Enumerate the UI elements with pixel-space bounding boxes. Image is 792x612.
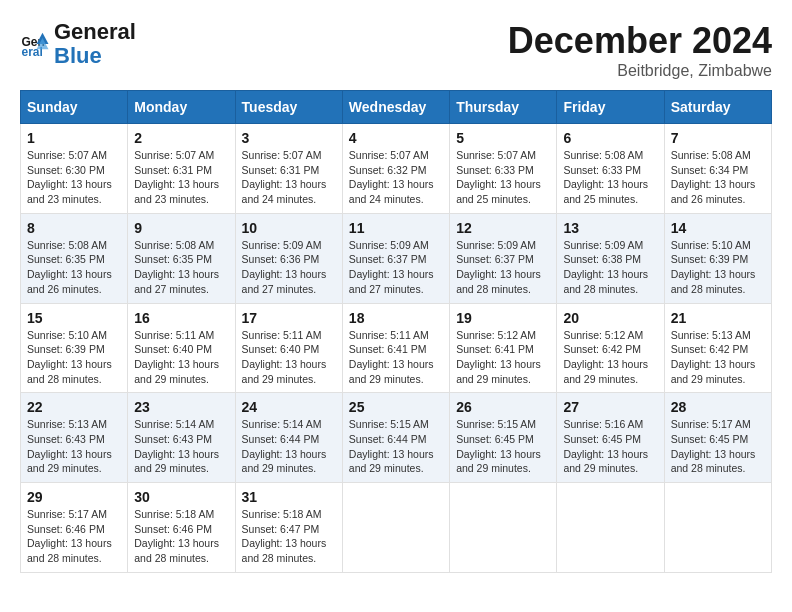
table-row: 17Sunrise: 5:11 AMSunset: 6:40 PMDayligh…: [235, 303, 342, 393]
col-sunday: Sunday: [21, 91, 128, 124]
day-number: 18: [349, 310, 443, 326]
day-number: 16: [134, 310, 228, 326]
table-row: [450, 483, 557, 573]
logo-text: General Blue: [54, 20, 136, 68]
day-info: Sunrise: 5:17 AMSunset: 6:46 PMDaylight:…: [27, 507, 121, 566]
day-info: Sunrise: 5:07 AMSunset: 6:33 PMDaylight:…: [456, 148, 550, 207]
day-number: 1: [27, 130, 121, 146]
col-wednesday: Wednesday: [342, 91, 449, 124]
day-info: Sunrise: 5:11 AMSunset: 6:41 PMDaylight:…: [349, 328, 443, 387]
table-row: 22Sunrise: 5:13 AMSunset: 6:43 PMDayligh…: [21, 393, 128, 483]
table-row: 21Sunrise: 5:13 AMSunset: 6:42 PMDayligh…: [664, 303, 771, 393]
day-info: Sunrise: 5:07 AMSunset: 6:31 PMDaylight:…: [242, 148, 336, 207]
calendar-week-row: 15Sunrise: 5:10 AMSunset: 6:39 PMDayligh…: [21, 303, 772, 393]
table-row: 5Sunrise: 5:07 AMSunset: 6:33 PMDaylight…: [450, 124, 557, 214]
day-number: 27: [563, 399, 657, 415]
col-thursday: Thursday: [450, 91, 557, 124]
day-number: 26: [456, 399, 550, 415]
day-number: 15: [27, 310, 121, 326]
day-info: Sunrise: 5:08 AMSunset: 6:35 PMDaylight:…: [134, 238, 228, 297]
table-row: 9Sunrise: 5:08 AMSunset: 6:35 PMDaylight…: [128, 213, 235, 303]
day-number: 20: [563, 310, 657, 326]
day-info: Sunrise: 5:18 AMSunset: 6:47 PMDaylight:…: [242, 507, 336, 566]
day-info: Sunrise: 5:15 AMSunset: 6:45 PMDaylight:…: [456, 417, 550, 476]
title-area: December 2024 Beitbridge, Zimbabwe: [508, 20, 772, 80]
table-row: 16Sunrise: 5:11 AMSunset: 6:40 PMDayligh…: [128, 303, 235, 393]
table-row: 27Sunrise: 5:16 AMSunset: 6:45 PMDayligh…: [557, 393, 664, 483]
col-tuesday: Tuesday: [235, 91, 342, 124]
day-number: 24: [242, 399, 336, 415]
table-row: 29Sunrise: 5:17 AMSunset: 6:46 PMDayligh…: [21, 483, 128, 573]
day-number: 14: [671, 220, 765, 236]
day-info: Sunrise: 5:12 AMSunset: 6:41 PMDaylight:…: [456, 328, 550, 387]
table-row: 8Sunrise: 5:08 AMSunset: 6:35 PMDaylight…: [21, 213, 128, 303]
table-row: 1Sunrise: 5:07 AMSunset: 6:30 PMDaylight…: [21, 124, 128, 214]
header: Gen eral General Blue December 2024 Beit…: [20, 20, 772, 80]
table-row: 12Sunrise: 5:09 AMSunset: 6:37 PMDayligh…: [450, 213, 557, 303]
day-number: 29: [27, 489, 121, 505]
calendar-week-row: 22Sunrise: 5:13 AMSunset: 6:43 PMDayligh…: [21, 393, 772, 483]
table-row: 19Sunrise: 5:12 AMSunset: 6:41 PMDayligh…: [450, 303, 557, 393]
day-number: 7: [671, 130, 765, 146]
calendar-week-row: 29Sunrise: 5:17 AMSunset: 6:46 PMDayligh…: [21, 483, 772, 573]
day-number: 12: [456, 220, 550, 236]
day-info: Sunrise: 5:18 AMSunset: 6:46 PMDaylight:…: [134, 507, 228, 566]
table-row: 6Sunrise: 5:08 AMSunset: 6:33 PMDaylight…: [557, 124, 664, 214]
table-row: 23Sunrise: 5:14 AMSunset: 6:43 PMDayligh…: [128, 393, 235, 483]
day-info: Sunrise: 5:10 AMSunset: 6:39 PMDaylight:…: [671, 238, 765, 297]
day-number: 4: [349, 130, 443, 146]
col-friday: Friday: [557, 91, 664, 124]
day-number: 2: [134, 130, 228, 146]
table-row: 24Sunrise: 5:14 AMSunset: 6:44 PMDayligh…: [235, 393, 342, 483]
day-info: Sunrise: 5:12 AMSunset: 6:42 PMDaylight:…: [563, 328, 657, 387]
day-number: 10: [242, 220, 336, 236]
day-number: 8: [27, 220, 121, 236]
table-row: 20Sunrise: 5:12 AMSunset: 6:42 PMDayligh…: [557, 303, 664, 393]
day-info: Sunrise: 5:13 AMSunset: 6:43 PMDaylight:…: [27, 417, 121, 476]
table-row: 10Sunrise: 5:09 AMSunset: 6:36 PMDayligh…: [235, 213, 342, 303]
day-info: Sunrise: 5:11 AMSunset: 6:40 PMDaylight:…: [134, 328, 228, 387]
day-number: 5: [456, 130, 550, 146]
table-row: [664, 483, 771, 573]
calendar-header-row: Sunday Monday Tuesday Wednesday Thursday…: [21, 91, 772, 124]
day-info: Sunrise: 5:14 AMSunset: 6:43 PMDaylight:…: [134, 417, 228, 476]
col-monday: Monday: [128, 91, 235, 124]
table-row: 28Sunrise: 5:17 AMSunset: 6:45 PMDayligh…: [664, 393, 771, 483]
table-row: [342, 483, 449, 573]
day-info: Sunrise: 5:08 AMSunset: 6:35 PMDaylight:…: [27, 238, 121, 297]
calendar-week-row: 8Sunrise: 5:08 AMSunset: 6:35 PMDaylight…: [21, 213, 772, 303]
day-number: 19: [456, 310, 550, 326]
col-saturday: Saturday: [664, 91, 771, 124]
day-number: 22: [27, 399, 121, 415]
table-row: 26Sunrise: 5:15 AMSunset: 6:45 PMDayligh…: [450, 393, 557, 483]
table-row: 30Sunrise: 5:18 AMSunset: 6:46 PMDayligh…: [128, 483, 235, 573]
day-number: 6: [563, 130, 657, 146]
day-number: 23: [134, 399, 228, 415]
month-title: December 2024: [508, 20, 772, 62]
day-info: Sunrise: 5:07 AMSunset: 6:32 PMDaylight:…: [349, 148, 443, 207]
logo-icon: Gen eral: [20, 29, 50, 59]
day-number: 25: [349, 399, 443, 415]
day-info: Sunrise: 5:09 AMSunset: 6:37 PMDaylight:…: [456, 238, 550, 297]
day-info: Sunrise: 5:17 AMSunset: 6:45 PMDaylight:…: [671, 417, 765, 476]
table-row: 13Sunrise: 5:09 AMSunset: 6:38 PMDayligh…: [557, 213, 664, 303]
day-number: 11: [349, 220, 443, 236]
day-number: 3: [242, 130, 336, 146]
day-info: Sunrise: 5:11 AMSunset: 6:40 PMDaylight:…: [242, 328, 336, 387]
table-row: 31Sunrise: 5:18 AMSunset: 6:47 PMDayligh…: [235, 483, 342, 573]
table-row: 3Sunrise: 5:07 AMSunset: 6:31 PMDaylight…: [235, 124, 342, 214]
calendar-week-row: 1Sunrise: 5:07 AMSunset: 6:30 PMDaylight…: [21, 124, 772, 214]
day-info: Sunrise: 5:15 AMSunset: 6:44 PMDaylight:…: [349, 417, 443, 476]
day-info: Sunrise: 5:13 AMSunset: 6:42 PMDaylight:…: [671, 328, 765, 387]
day-info: Sunrise: 5:07 AMSunset: 6:31 PMDaylight:…: [134, 148, 228, 207]
day-number: 21: [671, 310, 765, 326]
table-row: 4Sunrise: 5:07 AMSunset: 6:32 PMDaylight…: [342, 124, 449, 214]
day-info: Sunrise: 5:10 AMSunset: 6:39 PMDaylight:…: [27, 328, 121, 387]
day-info: Sunrise: 5:08 AMSunset: 6:33 PMDaylight:…: [563, 148, 657, 207]
day-info: Sunrise: 5:09 AMSunset: 6:37 PMDaylight:…: [349, 238, 443, 297]
day-info: Sunrise: 5:16 AMSunset: 6:45 PMDaylight:…: [563, 417, 657, 476]
table-row: [557, 483, 664, 573]
calendar-table: Sunday Monday Tuesday Wednesday Thursday…: [20, 90, 772, 573]
table-row: 11Sunrise: 5:09 AMSunset: 6:37 PMDayligh…: [342, 213, 449, 303]
day-info: Sunrise: 5:09 AMSunset: 6:36 PMDaylight:…: [242, 238, 336, 297]
